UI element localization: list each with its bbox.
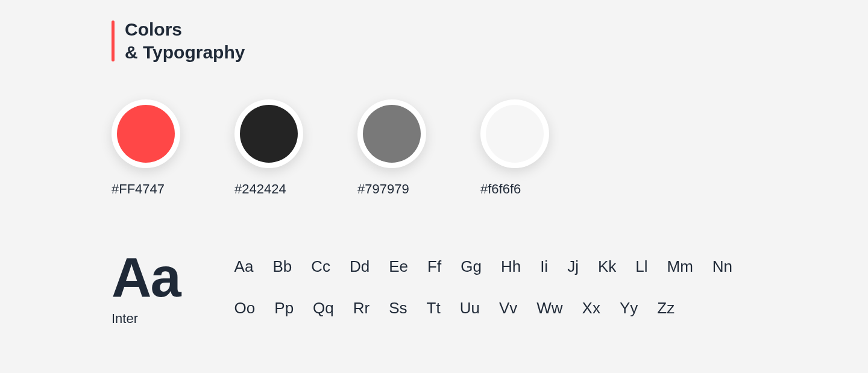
glyph: Xx xyxy=(582,299,600,318)
swatch-fill xyxy=(363,105,421,163)
swatch-hex-label: #242424 xyxy=(234,181,286,197)
typography-section: Aa Inter AaBbCcDdEeFfGgHhIiJjKkLlMmNn Oo… xyxy=(112,251,868,327)
glyph: Ii xyxy=(540,257,548,276)
type-sample-glyph: Aa xyxy=(112,251,180,304)
glyph: Zz xyxy=(657,299,675,318)
swatch-fill xyxy=(486,105,544,163)
glyph: Tt xyxy=(427,299,441,318)
color-swatch: #f6f6f6 xyxy=(480,99,549,197)
swatch-hex-label: #797979 xyxy=(357,181,409,197)
glyph: Uu xyxy=(460,299,480,318)
glyph: Ll xyxy=(635,257,647,276)
glyph: Aa xyxy=(234,257,254,276)
glyph: Bb xyxy=(272,257,292,276)
glyph: Ff xyxy=(427,257,441,276)
swatch-ring xyxy=(234,99,303,168)
swatch-ring xyxy=(112,99,180,168)
glyph: Gg xyxy=(461,257,482,276)
color-swatch: #242424 xyxy=(234,99,303,197)
color-swatches: #FF4747 #242424 #797979 #f6f6f6 xyxy=(112,99,868,197)
glyph: Mm xyxy=(667,257,693,276)
glyph: Ss xyxy=(389,299,407,318)
glyph: Jj xyxy=(567,257,579,276)
glyph: Ww xyxy=(536,299,562,318)
glyph: Cc xyxy=(311,257,330,276)
glyph: Qq xyxy=(313,299,334,318)
swatch-fill xyxy=(117,105,175,163)
glyph: Ee xyxy=(389,257,408,276)
glyph: Hh xyxy=(501,257,521,276)
swatch-ring xyxy=(357,99,426,168)
glyph-row-2: OoPpQqRrSsTtUuVvWwXxYyZz xyxy=(234,299,732,318)
glyph: Nn xyxy=(712,257,732,276)
glyph: Dd xyxy=(350,257,370,276)
color-swatch: #797979 xyxy=(357,99,426,197)
glyph: Kk xyxy=(598,257,616,276)
font-name-label: Inter xyxy=(112,311,180,327)
glyph: Oo xyxy=(234,299,256,318)
swatch-hex-label: #FF4747 xyxy=(112,181,165,197)
heading-accent-bar xyxy=(112,20,115,61)
heading-line-1: Colors xyxy=(125,18,868,41)
heading-line-2: & Typography xyxy=(125,41,868,64)
swatch-hex-label: #f6f6f6 xyxy=(480,181,521,197)
glyph-grid: AaBbCcDdEeFfGgHhIiJjKkLlMmNn OoPpQqRrSsT… xyxy=(234,251,732,318)
type-sample: Aa Inter xyxy=(112,251,180,327)
glyph: Vv xyxy=(499,299,517,318)
glyph: Pp xyxy=(274,299,294,318)
glyph: Rr xyxy=(353,299,370,318)
glyph: Yy xyxy=(620,299,638,318)
swatch-ring xyxy=(480,99,549,168)
section-heading: Colors & Typography xyxy=(112,18,868,63)
glyph-row-1: AaBbCcDdEeFfGgHhIiJjKkLlMmNn xyxy=(234,257,732,276)
swatch-fill xyxy=(240,105,298,163)
color-swatch: #FF4747 xyxy=(112,99,180,197)
